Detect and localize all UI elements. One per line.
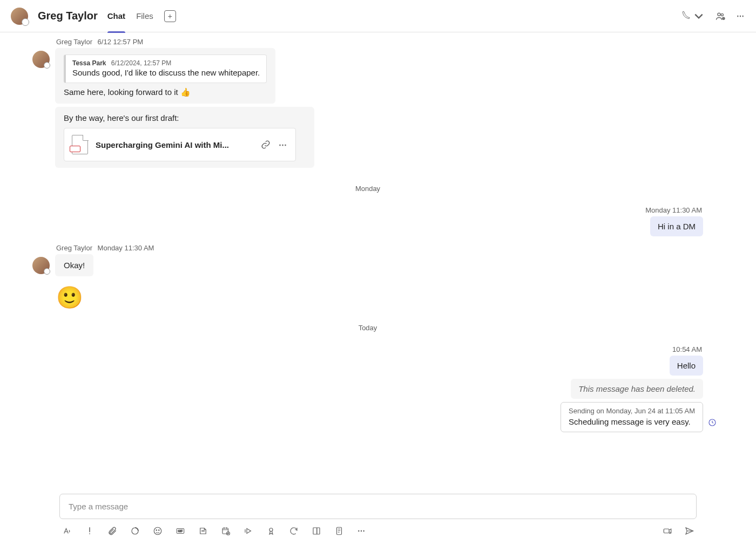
actions-icon[interactable] xyxy=(334,526,345,536)
message-time: 6/12 12:57 PM xyxy=(98,38,144,46)
svg-point-6 xyxy=(156,530,157,531)
scheduled-meta: Sending on Monday, Jun 24 at 11:05 AM xyxy=(569,407,695,415)
toolbar-left: GIF ⋯ xyxy=(62,526,367,536)
priority-icon[interactable] xyxy=(84,526,95,536)
stream-icon[interactable] xyxy=(243,526,254,536)
chevron-down-icon xyxy=(693,11,704,22)
self-message-row: Sending on Monday, Jun 24 at 11:05 AM Sc… xyxy=(32,402,703,432)
file-icon xyxy=(72,135,88,154)
compose-toolbar: GIF ⋯ xyxy=(59,526,697,536)
toolbar-right xyxy=(662,526,694,536)
deleted-message[interactable]: This message has been deleted. xyxy=(571,379,703,399)
self-message-bubble[interactable]: Hi in a DM xyxy=(650,216,703,236)
viva-icon[interactable] xyxy=(311,526,322,536)
compose-area: Type a message GIF ⋯ xyxy=(0,487,756,552)
message-meta: Greg Taylor 6/12 12:57 PM xyxy=(55,38,703,46)
self-message-bubble[interactable]: Hello xyxy=(670,356,703,376)
self-message-row: This message has been deleted. xyxy=(32,379,703,399)
video-clip-icon[interactable] xyxy=(662,526,673,536)
svg-point-5 xyxy=(154,527,161,535)
phone-icon xyxy=(681,11,692,22)
date-separator: Monday xyxy=(32,185,703,193)
quote-sender: Tessa Park xyxy=(72,59,106,67)
people-icon xyxy=(715,11,726,22)
svg-rect-17 xyxy=(337,527,342,535)
approvals-icon[interactable] xyxy=(266,526,276,536)
more-apps-icon[interactable]: ⋯ xyxy=(356,526,367,536)
send-icon[interactable] xyxy=(684,526,694,536)
sender-name: Greg Taylor xyxy=(56,38,92,46)
svg-point-14 xyxy=(269,528,273,531)
message-text: Okay! xyxy=(64,261,85,270)
message-group: Greg Taylor 6/12 12:57 PM Tessa Park 6/1… xyxy=(32,38,703,171)
emoji-message[interactable]: 🙂 xyxy=(56,285,703,310)
updates-icon[interactable] xyxy=(288,526,299,536)
chat-header: Greg Taylor Chat Files + ⋯ xyxy=(0,0,756,32)
svg-text:GIF: GIF xyxy=(178,529,183,533)
more-options-button[interactable]: ⋯ xyxy=(737,12,745,21)
message-time: Monday 11:30 AM xyxy=(98,244,154,252)
add-tab-button[interactable]: + xyxy=(164,10,176,22)
format-icon[interactable] xyxy=(62,526,72,536)
self-message-row: Hello xyxy=(32,356,703,376)
attach-icon[interactable] xyxy=(107,526,118,536)
tabs: Chat Files + xyxy=(107,8,176,24)
svg-rect-12 xyxy=(222,528,228,534)
message-body: Greg Taylor Monday 11:30 AM Okay! 🙂 xyxy=(55,244,703,310)
quote-time: 6/12/2024, 12:57 PM xyxy=(111,59,171,67)
schedule-icon[interactable] xyxy=(220,526,231,536)
copy-link-icon[interactable] xyxy=(261,140,271,149)
avatar[interactable] xyxy=(11,8,28,25)
header-left: Greg Taylor Chat Files + xyxy=(11,8,176,25)
quoted-message[interactable]: Tessa Park 6/12/2024, 12:57 PM Sounds go… xyxy=(64,54,267,83)
clock-icon xyxy=(708,418,717,428)
message-time: Monday 11:30 AM xyxy=(32,206,703,214)
scheduled-text: Scheduling message is very easy. xyxy=(569,417,695,426)
tab-chat[interactable]: Chat xyxy=(107,8,125,24)
scheduled-message[interactable]: Sending on Monday, Jun 24 at 11:05 AM Sc… xyxy=(561,402,703,432)
attachment-card[interactable]: Supercharging Gemini AI with Mi... ⋯ xyxy=(64,128,296,161)
sender-name: Greg Taylor xyxy=(56,244,92,252)
message-time: 10:54 AM xyxy=(32,345,703,353)
message-text: By the way, here's our first draft: xyxy=(64,113,306,122)
file-name: Supercharging Gemini AI with Mi... xyxy=(96,140,253,149)
message-meta: Greg Taylor Monday 11:30 AM xyxy=(55,244,703,252)
self-message-row: Hi in a DM xyxy=(32,216,703,236)
quote-meta: Tessa Park 6/12/2024, 12:57 PM xyxy=(72,59,260,67)
svg-point-10 xyxy=(202,530,203,531)
sticker-icon[interactable] xyxy=(198,526,208,536)
svg-rect-18 xyxy=(664,529,669,533)
call-button[interactable] xyxy=(681,11,704,22)
svg-rect-16 xyxy=(317,528,320,534)
people-add-button[interactable] xyxy=(715,11,726,22)
message-input[interactable]: Type a message xyxy=(59,494,697,519)
avatar[interactable] xyxy=(32,257,50,274)
loop-icon[interactable] xyxy=(130,526,140,536)
svg-point-0 xyxy=(718,13,720,16)
emoji-icon[interactable] xyxy=(152,526,163,536)
tab-files[interactable]: Files xyxy=(136,8,153,24)
message-text: Same here, looking forward to it 👍 xyxy=(64,87,267,97)
message-bubble[interactable]: Okay! xyxy=(55,254,93,276)
message-bubble[interactable]: By the way, here's our first draft: Supe… xyxy=(55,107,314,168)
avatar[interactable] xyxy=(32,51,50,68)
svg-point-7 xyxy=(159,530,160,531)
message-body: Greg Taylor 6/12 12:57 PM Tessa Park 6/1… xyxy=(55,38,703,171)
attachment-more-icon[interactable]: ⋯ xyxy=(278,140,288,149)
quote-text: Sounds good, I'd like to discuss the new… xyxy=(72,68,260,77)
date-separator: Today xyxy=(32,324,703,332)
header-right: ⋯ xyxy=(681,11,745,22)
svg-point-1 xyxy=(721,13,723,16)
message-group: Greg Taylor Monday 11:30 AM Okay! 🙂 xyxy=(32,244,703,310)
svg-point-11 xyxy=(204,530,205,531)
message-bubble[interactable]: Tessa Park 6/12/2024, 12:57 PM Sounds go… xyxy=(55,48,275,104)
svg-rect-15 xyxy=(313,528,317,534)
chat-area: Greg Taylor 6/12 12:57 PM Tessa Park 6/1… xyxy=(0,32,756,487)
gif-icon[interactable]: GIF xyxy=(175,526,186,536)
chat-title: Greg Taylor xyxy=(38,10,98,22)
